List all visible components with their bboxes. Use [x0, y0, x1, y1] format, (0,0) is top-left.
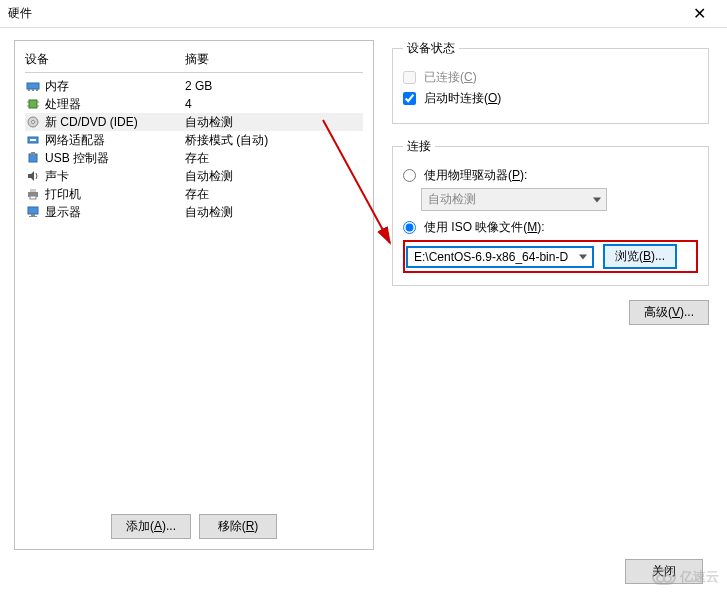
device-summary: 桥接模式 (自动)	[185, 132, 363, 149]
physical-drive-dropdown: 自动检测	[421, 188, 607, 211]
use-iso-label: 使用 ISO 映像文件(M):	[424, 219, 545, 236]
device-buttons: 添加(A)... 移除(R)	[25, 506, 363, 539]
device-name: 显示器	[45, 204, 185, 221]
device-summary: 存在	[185, 150, 363, 167]
use-physical-radio[interactable]	[403, 169, 416, 182]
device-status-group: 设备状态 已连接(C) 启动时连接(O)	[392, 40, 709, 124]
use-physical-label: 使用物理驱动器(P):	[424, 167, 527, 184]
browse-button[interactable]: 浏览(B)...	[603, 244, 677, 269]
table-row[interactable]: 打印机 存在	[25, 185, 363, 203]
svg-rect-3	[36, 89, 38, 91]
cpu-icon	[25, 97, 41, 111]
remove-button[interactable]: 移除(R)	[199, 514, 277, 539]
connected-checkbox	[403, 71, 416, 84]
device-name: 网络适配器	[45, 132, 185, 149]
advanced-row: 高级(V)...	[392, 300, 709, 325]
table-row[interactable]: 显示器 自动检测	[25, 203, 363, 221]
device-name: 打印机	[45, 186, 185, 203]
svg-rect-12	[30, 139, 36, 141]
header-device: 设备	[25, 51, 185, 68]
device-table: 设备 摘要 内存 2 GB 处理器 4 新 CD/DVD (IDE) 自动检测 …	[25, 51, 363, 506]
svg-marker-15	[28, 171, 34, 181]
svg-rect-0	[27, 83, 39, 89]
hardware-list-panel: 设备 摘要 内存 2 GB 处理器 4 新 CD/DVD (IDE) 自动检测 …	[14, 40, 374, 550]
table-row[interactable]: 新 CD/DVD (IDE) 自动检测	[25, 113, 363, 131]
advanced-button[interactable]: 高级(V)...	[629, 300, 709, 325]
connection-group: 连接 使用物理驱动器(P): 自动检测 使用 ISO 映像文件(M): E:\C…	[392, 138, 709, 286]
connect-start-checkbox[interactable]	[403, 92, 416, 105]
svg-point-10	[32, 121, 35, 124]
connected-label: 已连接(C)	[424, 69, 477, 86]
connection-legend: 连接	[403, 138, 435, 155]
connect-start-label: 启动时连接(O)	[424, 90, 501, 107]
device-summary: 2 GB	[185, 79, 363, 93]
device-summary: 存在	[185, 186, 363, 203]
use-iso-radio[interactable]	[403, 221, 416, 234]
svg-rect-21	[29, 216, 37, 217]
content-area: 设备 摘要 内存 2 GB 处理器 4 新 CD/DVD (IDE) 自动检测 …	[0, 28, 727, 558]
connect-start-checkbox-row[interactable]: 启动时连接(O)	[403, 90, 698, 107]
device-summary: 4	[185, 97, 363, 111]
device-name: 新 CD/DVD (IDE)	[45, 114, 185, 131]
table-row[interactable]: USB 控制器 存在	[25, 149, 363, 167]
usb-icon	[25, 151, 41, 165]
watermark-text: 亿速云	[680, 568, 719, 586]
svg-rect-17	[30, 189, 36, 192]
device-name: 声卡	[45, 168, 185, 185]
svg-rect-2	[32, 89, 34, 91]
device-summary: 自动检测	[185, 204, 363, 221]
svg-rect-4	[29, 100, 37, 108]
printer-icon	[25, 187, 41, 201]
device-status-legend: 设备状态	[403, 40, 459, 57]
device-summary: 自动检测	[185, 168, 363, 185]
svg-rect-1	[28, 89, 30, 91]
settings-panel: 设备状态 已连接(C) 启动时连接(O) 连接 使用物理驱动器(P): 自动检测…	[388, 40, 713, 550]
svg-rect-19	[28, 207, 38, 214]
iso-path-dropdown[interactable]: E:\CentOS-6.9-x86_64-bin-D	[407, 247, 593, 267]
table-row[interactable]: 处理器 4	[25, 95, 363, 113]
svg-rect-13	[29, 154, 37, 162]
title-bar: 硬件 ✕	[0, 0, 727, 28]
use-iso-radio-row[interactable]: 使用 ISO 映像文件(M):	[403, 219, 698, 236]
use-physical-radio-row[interactable]: 使用物理驱动器(P):	[403, 167, 698, 184]
svg-rect-14	[31, 152, 35, 155]
iso-highlight-box: E:\CentOS-6.9-x86_64-bin-D 浏览(B)...	[403, 240, 698, 273]
device-summary: 自动检测	[185, 114, 363, 131]
header-summary: 摘要	[185, 51, 363, 68]
network-icon	[25, 133, 41, 147]
watermark-icon	[652, 569, 676, 585]
add-button[interactable]: 添加(A)...	[111, 514, 191, 539]
svg-rect-20	[31, 214, 35, 216]
table-row[interactable]: 网络适配器 桥接模式 (自动)	[25, 131, 363, 149]
sound-icon	[25, 169, 41, 183]
device-name: 处理器	[45, 96, 185, 113]
watermark: 亿速云	[652, 568, 719, 586]
device-name: USB 控制器	[45, 150, 185, 167]
table-row[interactable]: 声卡 自动检测	[25, 167, 363, 185]
svg-rect-18	[30, 196, 36, 199]
cd-dvd-icon	[25, 115, 41, 129]
close-icon[interactable]: ✕	[679, 0, 719, 28]
table-header: 设备 摘要	[25, 51, 363, 73]
window-title: 硬件	[8, 5, 679, 22]
table-row[interactable]: 内存 2 GB	[25, 77, 363, 95]
device-name: 内存	[45, 78, 185, 95]
memory-icon	[25, 79, 41, 93]
display-icon	[25, 205, 41, 219]
connected-checkbox-row[interactable]: 已连接(C)	[403, 69, 698, 86]
